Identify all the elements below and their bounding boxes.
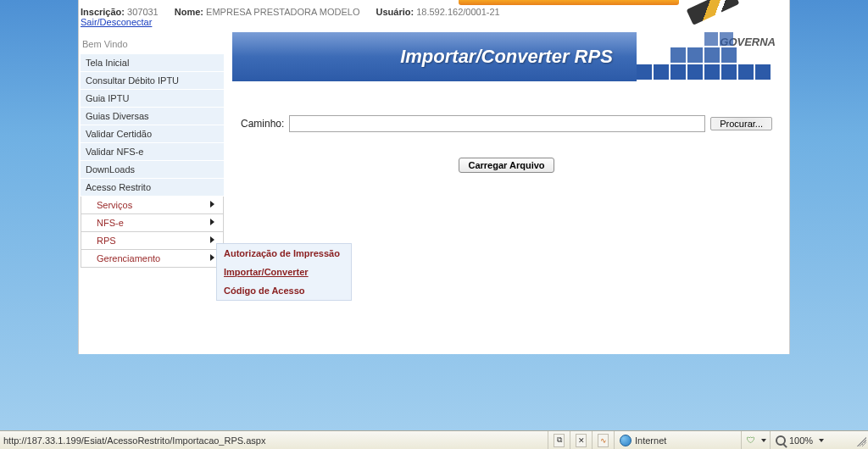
flyout-codigo-acesso[interactable]: Código de Acesso <box>217 281 351 300</box>
menu-validar-nfse[interactable]: Validar NFS-e <box>81 143 224 161</box>
disconnect-link[interactable]: Sair/Desconectar <box>81 17 152 27</box>
protected-mode-icon: 🛡 <box>747 435 755 445</box>
sidebar: Bem Vindo Tela Inicial Consultar Débito … <box>79 29 227 268</box>
arrow-right-icon <box>210 201 214 208</box>
banner-squares-decoration: GOVERNA <box>637 32 781 81</box>
status-phishing-cell[interactable]: ✕ <box>570 431 592 449</box>
usuario-label: Usuário: <box>376 7 415 17</box>
browse-button[interactable]: Procurar... <box>710 117 772 130</box>
status-zoom-text: 100% <box>789 435 813 446</box>
nome-label: Nome: <box>175 7 203 17</box>
form-area: Caminho: Procurar... Carregar Arquivo <box>232 81 781 181</box>
usuario-value: 18.592.162/0001-21 <box>416 7 499 17</box>
resize-grip[interactable] <box>854 435 866 446</box>
chevron-down-icon <box>761 439 766 442</box>
status-feed-cell[interactable]: ∿ <box>592 431 614 449</box>
menu-consultar-debito-iptu[interactable]: Consultar Débito IPTU <box>81 72 224 90</box>
status-zone-cell[interactable]: Internet <box>614 431 741 449</box>
submenu-gerenciamento-label: Gerenciamento <box>97 253 160 263</box>
path-input[interactable] <box>289 115 705 132</box>
menu-tela-inicial[interactable]: Tela Inicial <box>81 54 224 72</box>
submenu-nfse[interactable]: NFS-e <box>81 214 224 232</box>
flyout-importar-converter[interactable]: Importar/Converter <box>217 263 351 281</box>
submenu-nfse-label: NFS-e <box>97 218 124 228</box>
status-popup-cell[interactable]: ⧉ <box>548 431 570 449</box>
load-file-button[interactable]: Carregar Arquivo <box>459 158 554 173</box>
submenu-rps[interactable]: RPS <box>81 232 224 250</box>
status-url: http://187.33.1.199/Esiat/AcessoRestrito… <box>0 435 548 446</box>
inscricao-label: Inscrição: <box>81 7 125 17</box>
phishing-filter-icon: ✕ <box>576 434 587 447</box>
menu-validar-certidao[interactable]: Validar Certidão <box>81 125 224 143</box>
flyout-autorizacao-impressao[interactable]: Autorização de Impressão <box>217 244 351 263</box>
globe-icon <box>620 435 632 446</box>
info-bar: Inscrição: 307031 Nome: EMPRESA PRESTADO… <box>79 0 789 29</box>
rps-flyout-menu: Autorização de Impressão Importar/Conver… <box>216 243 352 301</box>
inscricao-value: 307031 <box>127 7 159 17</box>
browser-statusbar: http://187.33.1.199/Esiat/AcessoRestrito… <box>0 430 868 449</box>
arrow-right-icon <box>210 236 214 243</box>
welcome-label: Bem Vindo <box>81 34 224 54</box>
submenu-rps-label: RPS <box>97 236 116 246</box>
status-zone-text: Internet <box>635 435 666 446</box>
arrow-right-icon <box>210 254 214 261</box>
submenu-servicos-label: Serviços <box>97 200 132 210</box>
banner-title: Importar/Converter RPS <box>400 46 613 68</box>
nome-value: EMPRESA PRESTADORA MODELO <box>206 7 359 17</box>
submenu-servicos[interactable]: Serviços <box>81 197 224 214</box>
status-protected-cell[interactable]: 🛡 <box>741 431 770 449</box>
chevron-down-icon <box>819 439 824 442</box>
menu-guia-iptu[interactable]: Guia IPTU <box>81 90 224 108</box>
arrow-right-icon <box>210 219 214 225</box>
zoom-icon <box>776 435 786 446</box>
menu-downloads[interactable]: DownLoads <box>81 161 224 179</box>
decorative-orange-bar <box>459 0 679 5</box>
status-zoom-cell[interactable]: 100% <box>770 431 854 449</box>
menu-guias-diversas[interactable]: Guias Diversas <box>81 108 224 125</box>
main-area: Importar/Converter RPS GOVERNA <box>227 29 789 268</box>
path-label: Caminho: <box>241 118 284 130</box>
menu-acesso-restrito[interactable]: Acesso Restrito <box>81 179 224 197</box>
page-container: Inscrição: 307031 Nome: EMPRESA PRESTADO… <box>78 0 790 354</box>
feed-icon: ∿ <box>598 434 609 447</box>
page-banner: Importar/Converter RPS GOVERNA <box>232 32 781 81</box>
popup-blocker-icon: ⧉ <box>554 434 565 447</box>
submenu-gerenciamento[interactable]: Gerenciamento <box>81 250 224 268</box>
